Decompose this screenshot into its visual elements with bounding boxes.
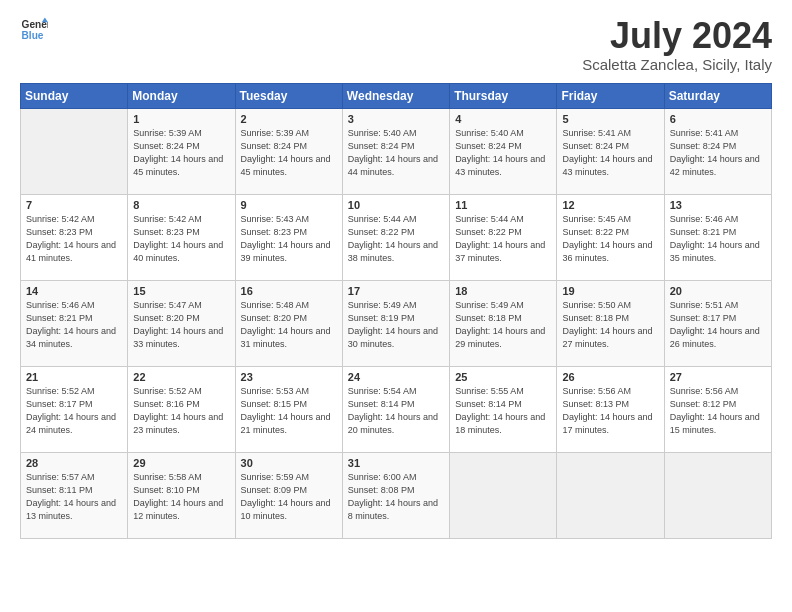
day-sunset: Sunset: 8:13 PM — [562, 399, 629, 409]
day-sunrise: Sunrise: 5:39 AM — [241, 128, 310, 138]
calendar-cell: 29 Sunrise: 5:58 AM Sunset: 8:10 PM Dayl… — [128, 452, 235, 538]
day-sunset: Sunset: 8:22 PM — [455, 227, 522, 237]
calendar-cell: 4 Sunrise: 5:40 AM Sunset: 8:24 PM Dayli… — [450, 108, 557, 194]
day-sunset: Sunset: 8:17 PM — [670, 313, 737, 323]
calendar-cell: 24 Sunrise: 5:54 AM Sunset: 8:14 PM Dayl… — [342, 366, 449, 452]
day-number: 22 — [133, 371, 229, 383]
calendar-cell: 28 Sunrise: 5:57 AM Sunset: 8:11 PM Dayl… — [21, 452, 128, 538]
day-sunrise: Sunrise: 5:58 AM — [133, 472, 202, 482]
col-tuesday: Tuesday — [235, 83, 342, 108]
calendar-cell: 20 Sunrise: 5:51 AM Sunset: 8:17 PM Dayl… — [664, 280, 771, 366]
day-sunset: Sunset: 8:20 PM — [241, 313, 308, 323]
calendar-cell: 30 Sunrise: 5:59 AM Sunset: 8:09 PM Dayl… — [235, 452, 342, 538]
header: General Blue July 2024 Scaletta Zanclea,… — [20, 16, 772, 73]
day-daylight: Daylight: 14 hours and 45 minutes. — [133, 154, 223, 177]
day-sunset: Sunset: 8:23 PM — [133, 227, 200, 237]
day-number: 9 — [241, 199, 337, 211]
day-sunset: Sunset: 8:18 PM — [455, 313, 522, 323]
col-saturday: Saturday — [664, 83, 771, 108]
day-sunset: Sunset: 8:24 PM — [562, 141, 629, 151]
day-sunrise: Sunrise: 5:55 AM — [455, 386, 524, 396]
title-block: July 2024 Scaletta Zanclea, Sicily, Ital… — [582, 16, 772, 73]
day-number: 31 — [348, 457, 444, 469]
calendar-cell: 14 Sunrise: 5:46 AM Sunset: 8:21 PM Dayl… — [21, 280, 128, 366]
day-daylight: Daylight: 14 hours and 41 minutes. — [26, 240, 116, 263]
day-daylight: Daylight: 14 hours and 29 minutes. — [455, 326, 545, 349]
day-sunset: Sunset: 8:21 PM — [670, 227, 737, 237]
day-daylight: Daylight: 14 hours and 43 minutes. — [562, 154, 652, 177]
weekday-header-row: Sunday Monday Tuesday Wednesday Thursday… — [21, 83, 772, 108]
calendar-cell: 7 Sunrise: 5:42 AM Sunset: 8:23 PM Dayli… — [21, 194, 128, 280]
calendar-cell: 17 Sunrise: 5:49 AM Sunset: 8:19 PM Dayl… — [342, 280, 449, 366]
day-number: 7 — [26, 199, 122, 211]
calendar-cell: 10 Sunrise: 5:44 AM Sunset: 8:22 PM Dayl… — [342, 194, 449, 280]
day-sunrise: Sunrise: 5:45 AM — [562, 214, 631, 224]
col-sunday: Sunday — [21, 83, 128, 108]
day-sunset: Sunset: 8:11 PM — [26, 485, 93, 495]
col-monday: Monday — [128, 83, 235, 108]
col-thursday: Thursday — [450, 83, 557, 108]
day-sunrise: Sunrise: 5:52 AM — [133, 386, 202, 396]
day-sunset: Sunset: 8:21 PM — [26, 313, 93, 323]
calendar-cell: 22 Sunrise: 5:52 AM Sunset: 8:16 PM Dayl… — [128, 366, 235, 452]
day-number: 11 — [455, 199, 551, 211]
calendar-cell: 6 Sunrise: 5:41 AM Sunset: 8:24 PM Dayli… — [664, 108, 771, 194]
day-sunrise: Sunrise: 5:43 AM — [241, 214, 310, 224]
calendar-cell: 15 Sunrise: 5:47 AM Sunset: 8:20 PM Dayl… — [128, 280, 235, 366]
calendar-cell — [557, 452, 664, 538]
day-sunset: Sunset: 8:08 PM — [348, 485, 415, 495]
day-number: 26 — [562, 371, 658, 383]
day-sunrise: Sunrise: 5:56 AM — [670, 386, 739, 396]
day-number: 24 — [348, 371, 444, 383]
day-sunrise: Sunrise: 5:54 AM — [348, 386, 417, 396]
day-daylight: Daylight: 14 hours and 15 minutes. — [670, 412, 760, 435]
day-sunset: Sunset: 8:10 PM — [133, 485, 200, 495]
logo: General Blue — [20, 16, 48, 44]
day-sunrise: Sunrise: 5:57 AM — [26, 472, 95, 482]
day-daylight: Daylight: 14 hours and 13 minutes. — [26, 498, 116, 521]
day-sunrise: Sunrise: 5:47 AM — [133, 300, 202, 310]
calendar-cell: 19 Sunrise: 5:50 AM Sunset: 8:18 PM Dayl… — [557, 280, 664, 366]
day-sunrise: Sunrise: 5:42 AM — [133, 214, 202, 224]
day-sunrise: Sunrise: 5:39 AM — [133, 128, 202, 138]
day-number: 10 — [348, 199, 444, 211]
calendar-cell: 1 Sunrise: 5:39 AM Sunset: 8:24 PM Dayli… — [128, 108, 235, 194]
day-sunrise: Sunrise: 5:50 AM — [562, 300, 631, 310]
day-number: 20 — [670, 285, 766, 297]
calendar-cell: 31 Sunrise: 6:00 AM Sunset: 8:08 PM Dayl… — [342, 452, 449, 538]
week-row-1: 1 Sunrise: 5:39 AM Sunset: 8:24 PM Dayli… — [21, 108, 772, 194]
day-sunrise: Sunrise: 5:46 AM — [670, 214, 739, 224]
day-sunset: Sunset: 8:19 PM — [348, 313, 415, 323]
day-sunrise: Sunrise: 5:53 AM — [241, 386, 310, 396]
day-daylight: Daylight: 14 hours and 10 minutes. — [241, 498, 331, 521]
day-number: 27 — [670, 371, 766, 383]
day-sunset: Sunset: 8:12 PM — [670, 399, 737, 409]
day-sunrise: Sunrise: 5:44 AM — [455, 214, 524, 224]
calendar-cell: 27 Sunrise: 5:56 AM Sunset: 8:12 PM Dayl… — [664, 366, 771, 452]
day-sunset: Sunset: 8:09 PM — [241, 485, 308, 495]
day-daylight: Daylight: 14 hours and 36 minutes. — [562, 240, 652, 263]
day-daylight: Daylight: 14 hours and 26 minutes. — [670, 326, 760, 349]
day-number: 23 — [241, 371, 337, 383]
col-friday: Friday — [557, 83, 664, 108]
svg-text:Blue: Blue — [22, 30, 44, 41]
day-daylight: Daylight: 14 hours and 8 minutes. — [348, 498, 438, 521]
calendar-cell — [21, 108, 128, 194]
calendar-cell: 25 Sunrise: 5:55 AM Sunset: 8:14 PM Dayl… — [450, 366, 557, 452]
calendar-cell: 13 Sunrise: 5:46 AM Sunset: 8:21 PM Dayl… — [664, 194, 771, 280]
day-sunset: Sunset: 8:14 PM — [348, 399, 415, 409]
day-sunset: Sunset: 8:24 PM — [348, 141, 415, 151]
day-sunset: Sunset: 8:23 PM — [241, 227, 308, 237]
calendar-cell: 21 Sunrise: 5:52 AM Sunset: 8:17 PM Dayl… — [21, 366, 128, 452]
day-number: 16 — [241, 285, 337, 297]
day-sunrise: Sunrise: 5:41 AM — [670, 128, 739, 138]
calendar-cell: 8 Sunrise: 5:42 AM Sunset: 8:23 PM Dayli… — [128, 194, 235, 280]
day-daylight: Daylight: 14 hours and 44 minutes. — [348, 154, 438, 177]
day-number: 15 — [133, 285, 229, 297]
day-daylight: Daylight: 14 hours and 17 minutes. — [562, 412, 652, 435]
day-daylight: Daylight: 14 hours and 33 minutes. — [133, 326, 223, 349]
day-sunrise: Sunrise: 5:46 AM — [26, 300, 95, 310]
page: General Blue July 2024 Scaletta Zanclea,… — [0, 0, 792, 612]
day-sunset: Sunset: 8:15 PM — [241, 399, 308, 409]
day-daylight: Daylight: 14 hours and 37 minutes. — [455, 240, 545, 263]
